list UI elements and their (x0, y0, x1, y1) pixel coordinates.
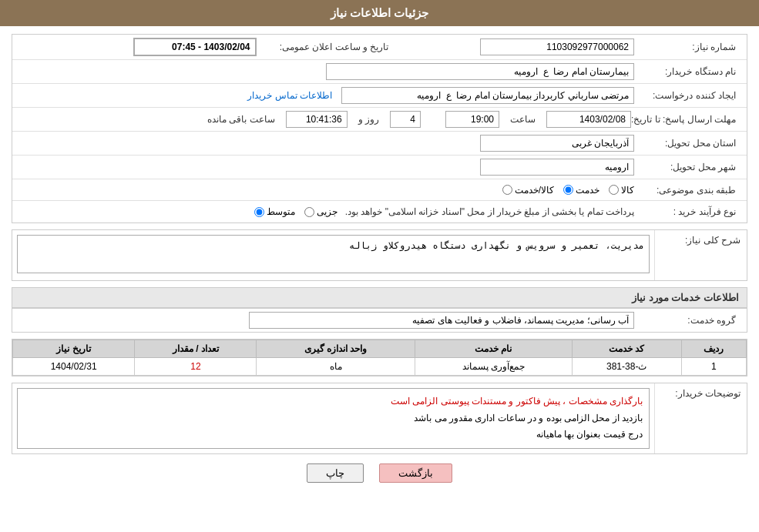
buyer-notes-label: توضیحات خریدار: (654, 383, 747, 453)
table-row: 1 ث-38-381 جمع‌آوری پسماند ماه 12 1404/0… (13, 358, 747, 376)
row-service-group: گروه خدمت: (12, 309, 747, 332)
buyer-note-line-2: بازدید از محل الزامی بوده و در ساعات ادا… (24, 410, 643, 427)
col-unit: واحد اندازه گیری (257, 340, 415, 358)
announce-date-label: تاریخ و ساعت اعلان عمومی: (257, 42, 395, 52)
announce-date-input[interactable] (133, 38, 257, 56)
purchase-type-row: متوسط جزیی پرداخت تمام یا بخشی از مبلغ خ… (254, 206, 634, 217)
buyer-notes-box: بارگذاری مشخصات ، پیش فاکتور و مستندات پ… (17, 388, 650, 449)
province-value-cell (17, 135, 634, 152)
category-option-goods[interactable]: کالا (609, 185, 634, 196)
buyer-note-line-1: بارگذاری مشخصات ، پیش فاکتور و مستندات پ… (24, 393, 643, 410)
row-purchase-type: نوع فرآیند خرید : متوسط جزیی (12, 201, 747, 223)
cell-date: 1404/02/31 (13, 358, 135, 376)
city-input[interactable] (480, 159, 634, 176)
col-name: نام خدمت (415, 340, 572, 358)
deadline-label: مهلت ارسال پاسخ: تا تاریخ: (631, 114, 742, 125)
buyer-notes-section: توضیحات خریدار: بارگذاری مشخصات ، پیش فا… (12, 383, 747, 454)
services-section-header: اطلاعات خدمات مورد نیاز (12, 287, 747, 308)
cell-qty: 12 (135, 358, 257, 376)
category-goods-service-label: کالا/خدمت (515, 185, 554, 196)
creator-value-cell: اطلاعات تماس خریدار (17, 87, 634, 104)
back-button[interactable]: بازگشت (379, 463, 452, 483)
col-code: کد خدمت (572, 340, 681, 358)
col-row: ردیف (681, 340, 746, 358)
col-date: تاریخ نیاز (13, 340, 135, 358)
row-buyer-org: نام دستگاه خریدار: (12, 60, 747, 84)
content-area: شماره نیاز: تاریخ و ساعت اعلان عمومی: نا… (0, 26, 759, 495)
purchase-type-medium[interactable]: متوسط (254, 206, 295, 217)
category-radio-group: کالا/خدمت خدمت کالا (502, 185, 634, 196)
category-label: طبقه بندی موضوعی: (634, 185, 742, 196)
row-creator: ایجاد کننده درخواست: اطلاعات تماس خریدار (12, 84, 747, 108)
province-label: استان محل تحویل: (634, 138, 742, 149)
category-service-label: خدمت (576, 185, 599, 196)
time-row: ساعت روز و ساعت باقی مانده (201, 111, 631, 128)
service-group-label: گروه خدمت: (634, 315, 742, 326)
purchase-type-note: پرداخت تمام یا بخشی از مبلغ خریدار از مح… (345, 206, 634, 217)
service-group-value-cell (17, 312, 634, 329)
category-goods-label: کالا (621, 185, 634, 196)
row-need-number: شماره نیاز: تاریخ و ساعت اعلان عمومی: (12, 35, 747, 60)
purchase-minor-radio[interactable] (304, 207, 314, 217)
province-input[interactable] (480, 135, 634, 152)
page-title: جزئیات اطلاعات نیاز (331, 6, 428, 19)
main-info-section: شماره نیاز: تاریخ و ساعت اعلان عمومی: نا… (12, 34, 747, 223)
need-number-value-cell (395, 38, 635, 55)
table-header-row: ردیف کد خدمت نام خدمت واحد اندازه گیری ت… (13, 340, 747, 358)
description-textarea[interactable]: مدیریت، تعمیر و سرویس و نگهداری دستگاه ه… (17, 235, 650, 273)
cell-code: ث-38-381 (572, 358, 681, 376)
services-table-section: ردیف کد خدمت نام خدمت واحد اندازه گیری ت… (12, 339, 747, 376)
announce-date-value-cell (17, 38, 257, 56)
service-group-input[interactable] (249, 312, 634, 329)
page-header: جزئیات اطلاعات نیاز (0, 0, 759, 26)
category-option-goods-service[interactable]: کالا/خدمت (502, 185, 554, 196)
print-button[interactable]: چاپ (307, 463, 364, 483)
row-province: استان محل تحویل: (12, 132, 747, 156)
purchase-medium-radio[interactable] (254, 207, 264, 217)
purchase-type-label: نوع فرآیند خرید : (634, 206, 742, 217)
service-group-section: گروه خدمت: (12, 308, 747, 333)
description-label: شرح کلی نیاز: (654, 230, 747, 280)
purchase-type-radio-group: متوسط جزیی (254, 206, 338, 217)
remaining-label: ساعت باقی مانده (207, 114, 275, 125)
response-days-input[interactable] (390, 111, 421, 128)
response-time-input[interactable] (445, 111, 499, 128)
button-row: بازگشت چاپ (12, 463, 747, 483)
category-option-service[interactable]: خدمت (563, 185, 599, 196)
deadline-value-cell: ساعت روز و ساعت باقی مانده (17, 111, 631, 128)
creator-input[interactable] (341, 87, 634, 104)
purchase-type-value-cell: متوسط جزیی پرداخت تمام یا بخشی از مبلغ خ… (17, 206, 634, 217)
buyer-org-value-cell (17, 63, 634, 80)
response-remaining-input[interactable] (286, 111, 348, 128)
creator-contact-link[interactable]: اطلاعات تماس خریدار (247, 90, 332, 101)
cell-row: 1 (681, 358, 746, 376)
buyer-org-input[interactable] (326, 63, 634, 80)
creator-label: ایجاد کننده درخواست: (634, 90, 742, 101)
days-label: روز و (358, 114, 379, 125)
purchase-medium-label: متوسط (267, 206, 295, 217)
need-number-input[interactable] (480, 38, 634, 55)
category-service-radio[interactable] (563, 185, 573, 195)
buyer-org-label: نام دستگاه خریدار: (634, 66, 742, 77)
city-value-cell (17, 159, 634, 176)
col-qty: تعداد / مقدار (135, 340, 257, 358)
description-content: مدیریت، تعمیر و سرویس و نگهداری دستگاه ه… (12, 230, 654, 280)
response-date-input[interactable] (546, 111, 631, 128)
buyer-notes-content: بارگذاری مشخصات ، پیش فاکتور و مستندات پ… (12, 383, 654, 453)
city-label: شهر محل تحویل: (634, 162, 742, 172)
category-value-cell: کالا/خدمت خدمت کالا (17, 185, 634, 196)
row-category: طبقه بندی موضوعی: کالا/خدمت خدمت کالا (12, 179, 747, 201)
purchase-type-minor[interactable]: جزیی (304, 206, 338, 217)
services-table: ردیف کد خدمت نام خدمت واحد اندازه گیری ت… (12, 340, 747, 376)
time-label: ساعت (510, 114, 536, 125)
category-goods-radio[interactable] (609, 185, 619, 195)
category-goods-service-radio[interactable] (502, 185, 512, 195)
page-wrapper: جزئیات اطلاعات نیاز شماره نیاز: تاریخ و … (0, 0, 759, 532)
row-city: شهر محل تحویل: (12, 156, 747, 179)
cell-unit: ماه (257, 358, 415, 376)
description-section: شرح کلی نیاز: مدیریت، تعمیر و سرویس و نگ… (12, 229, 747, 281)
cell-name: جمع‌آوری پسماند (415, 358, 572, 376)
purchase-minor-label: جزیی (317, 206, 338, 217)
need-number-label: شماره نیاز: (634, 42, 742, 52)
buyer-note-line-3: درج قیمت بعنوان بها ماهیانه (24, 427, 643, 443)
